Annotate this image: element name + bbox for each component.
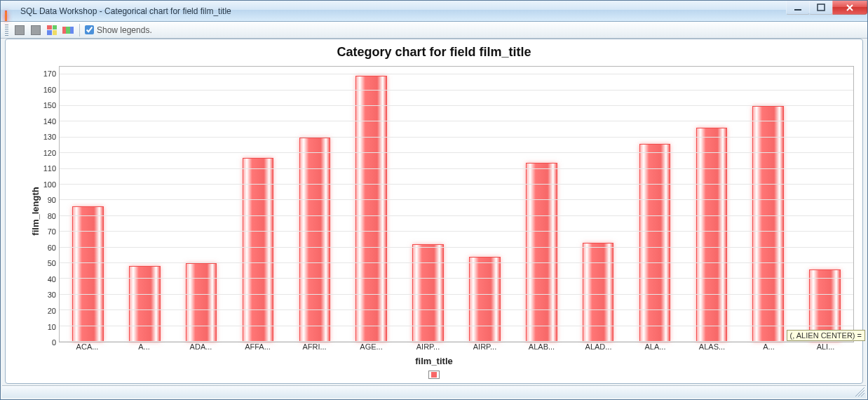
chart-bar[interactable] (186, 263, 217, 342)
minimize-button[interactable] (786, 1, 810, 15)
y-tick: 140 (36, 117, 56, 126)
y-tick: 70 (36, 227, 56, 236)
close-icon (846, 4, 854, 12)
x-tick: A... (138, 342, 150, 351)
x-tick: AIRP... (416, 342, 440, 351)
gridline (60, 90, 853, 91)
x-tick: ALAS... (699, 342, 725, 351)
y-tick: 130 (36, 133, 56, 141)
x-axis-label: film_title (7, 356, 861, 366)
chart-bar[interactable] (412, 244, 443, 342)
y-tick: 170 (36, 69, 56, 78)
app-icon (5, 6, 16, 17)
x-axis-ticks: ACA...A...ADA...AFFA...AFRI...AGE...AIRP… (59, 342, 854, 354)
y-tick: 40 (36, 275, 56, 284)
toolbar-separator (79, 24, 80, 36)
palette-button-3[interactable] (46, 24, 58, 36)
chart-bar[interactable] (355, 76, 386, 342)
x-tick: ADA... (190, 342, 212, 351)
chart-bar[interactable] (752, 106, 783, 342)
gridline (60, 199, 853, 200)
gridline (60, 231, 853, 232)
gridline (60, 278, 853, 279)
y-tick: 20 (36, 307, 56, 315)
resize-grip[interactable] (855, 387, 864, 396)
gridline (60, 247, 853, 248)
x-tick: AGE... (360, 342, 382, 351)
x-tick: ACA... (76, 342, 99, 351)
svg-rect-1 (818, 4, 825, 11)
window-title: SQL Data Workshop - Categorical chart fo… (20, 6, 231, 16)
maximize-button[interactable] (809, 1, 833, 15)
gridline (60, 184, 853, 185)
gridline (60, 152, 853, 153)
chart-bar[interactable] (72, 206, 103, 342)
swatch-icon (31, 25, 41, 35)
y-tick: 160 (36, 86, 56, 94)
legend-swatch[interactable] (428, 371, 440, 379)
x-tick: ALAD... (585, 342, 612, 351)
gridline (60, 294, 853, 295)
chart-bar[interactable] (583, 243, 613, 342)
gridline (60, 137, 853, 138)
y-tick: 80 (36, 212, 56, 220)
x-tick: A... (763, 342, 775, 351)
y-tick: 120 (36, 149, 56, 157)
y-tick: 60 (36, 244, 56, 252)
plot-area[interactable] (59, 66, 854, 342)
maximize-icon (817, 4, 825, 12)
chart-bar[interactable] (526, 163, 557, 342)
chart-tooltip: (, ALIEN CENTER) = (787, 330, 865, 341)
y-tick: 30 (36, 291, 56, 299)
statusbar (2, 385, 866, 398)
chart-title: Category chart for field film_title (7, 41, 861, 61)
show-legends-label: Show legends. (97, 25, 152, 35)
palette-button-2[interactable] (29, 24, 42, 36)
show-legends-checkbox[interactable] (85, 25, 94, 34)
gridline (60, 326, 853, 326)
y-tick: 110 (36, 164, 56, 173)
x-tick: ALAB... (529, 342, 555, 351)
y-tick: 90 (36, 196, 56, 204)
y-tick: 150 (36, 101, 56, 109)
gridline (60, 215, 853, 216)
y-tick: 100 (36, 180, 56, 189)
gridline (60, 309, 853, 310)
y-axis-ticks: 0102030405060708090100110120130140150160… (38, 66, 57, 342)
y-tick: 50 (36, 259, 56, 267)
y-tick: 10 (36, 323, 56, 331)
chart-bar[interactable] (243, 158, 273, 342)
titlebar: SQL Data Workshop - Categorical chart fo… (1, 1, 867, 22)
gridline (60, 105, 853, 106)
svg-rect-0 (794, 9, 801, 11)
y-tick: 0 (36, 338, 56, 347)
swatch-icon (15, 25, 25, 35)
toolbar-grip[interactable] (5, 25, 8, 36)
minimize-icon (794, 4, 802, 12)
show-legends-toggle[interactable]: Show legends. (85, 25, 152, 35)
x-tick: ALA... (645, 342, 666, 351)
window-controls (787, 1, 867, 15)
x-tick: AIRP... (473, 342, 496, 351)
close-button[interactable] (832, 1, 867, 15)
x-tick: AFRI... (302, 342, 326, 351)
gridline (60, 262, 853, 263)
chart-panel: Category chart for field film_title film… (5, 39, 863, 384)
gridline (60, 121, 853, 121)
x-tick: ALI... (817, 342, 835, 351)
gridline (60, 168, 853, 169)
chart-bar[interactable] (639, 144, 670, 342)
legend-color-icon (431, 372, 437, 378)
palette-button-4[interactable] (62, 24, 74, 36)
x-tick: AFFA... (245, 342, 271, 351)
toolbar: Show legends. (1, 22, 867, 39)
palette-button-1[interactable] (13, 24, 26, 36)
palette-row-icon (62, 27, 74, 34)
gridline (60, 341, 853, 342)
chart-bar[interactable] (469, 257, 500, 342)
gridline (60, 74, 853, 74)
palette-icon (47, 25, 57, 35)
